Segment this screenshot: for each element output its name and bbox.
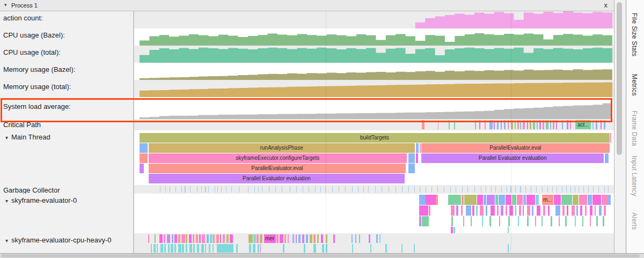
trace-event[interactable] xyxy=(461,205,463,216)
trace-event[interactable] xyxy=(207,234,209,243)
mem-total-chart[interactable] xyxy=(134,80,614,97)
trace-event[interactable] xyxy=(369,234,370,243)
trace-tick[interactable] xyxy=(181,186,182,193)
trace-event[interactable] xyxy=(414,244,415,253)
trace-tick[interactable] xyxy=(170,186,170,193)
trace-tick[interactable] xyxy=(217,186,218,193)
trace-event[interactable] xyxy=(499,216,501,226)
tab-alerts[interactable]: Alerts xyxy=(631,212,638,230)
trace-event[interactable] xyxy=(326,234,327,243)
trace-event[interactable] xyxy=(448,195,461,205)
trace-event[interactable]: m... xyxy=(542,195,553,205)
trace-event[interactable]: ParallelEvaluator.eval xyxy=(421,143,610,153)
trace-event[interactable] xyxy=(385,244,387,253)
track-label-skyframe-evaluator-0[interactable]: ▾skyframe-evaluator-0 xyxy=(0,194,134,233)
trace-event[interactable] xyxy=(201,244,204,253)
trace-event[interactable] xyxy=(590,216,591,226)
trace-tick[interactable] xyxy=(501,186,502,193)
trace-tick[interactable] xyxy=(332,186,333,193)
trace-event[interactable] xyxy=(333,234,335,243)
trace-event[interactable] xyxy=(561,195,572,205)
trace-event[interactable] xyxy=(532,205,533,216)
trace-event[interactable] xyxy=(160,244,163,253)
trace-event[interactable] xyxy=(197,244,199,253)
trace-event[interactable] xyxy=(376,234,378,243)
trace-event[interactable]: buildTargets xyxy=(140,133,610,143)
trace-event[interactable] xyxy=(419,216,421,226)
trace-event[interactable] xyxy=(171,244,173,253)
trace-event[interactable] xyxy=(298,234,301,243)
trace-event[interactable] xyxy=(466,205,472,216)
trace-tick[interactable] xyxy=(420,186,420,193)
trace-event[interactable] xyxy=(205,244,207,253)
trace-event[interactable] xyxy=(213,244,214,253)
trace-tick[interactable] xyxy=(575,186,575,193)
trace-event[interactable] xyxy=(523,195,525,205)
trace-tick[interactable] xyxy=(515,186,516,193)
trace-event[interactable] xyxy=(182,244,184,253)
trace-tick[interactable] xyxy=(215,186,215,193)
trace-event[interactable] xyxy=(140,143,148,153)
trace-event[interactable] xyxy=(576,205,578,216)
trace-event[interactable] xyxy=(167,234,170,243)
trace-tick[interactable] xyxy=(588,186,589,193)
trace-tick[interactable] xyxy=(368,186,369,193)
trace-event[interactable] xyxy=(464,195,477,205)
trace-event[interactable] xyxy=(482,216,484,226)
trace-tick[interactable] xyxy=(275,186,276,193)
trace-tick[interactable] xyxy=(269,186,269,193)
trace-event[interactable] xyxy=(422,216,429,226)
trace-event[interactable] xyxy=(153,244,156,253)
trace-event[interactable] xyxy=(181,234,185,243)
trace-tick[interactable] xyxy=(290,186,290,193)
trace-event[interactable] xyxy=(590,205,592,216)
trace-event[interactable] xyxy=(508,244,509,253)
trace-tick[interactable] xyxy=(450,186,451,193)
trace-tick[interactable] xyxy=(474,186,475,193)
mem-bazel-chart[interactable] xyxy=(134,63,614,80)
trace-event[interactable] xyxy=(518,216,519,226)
trace-event[interactable] xyxy=(140,153,148,163)
trace-event[interactable] xyxy=(313,234,316,243)
trace-event[interactable] xyxy=(310,234,312,243)
trace-event[interactable]: mer xyxy=(264,234,276,243)
trace-event[interactable] xyxy=(608,195,611,205)
trace-event[interactable] xyxy=(159,234,163,243)
trace-event[interactable] xyxy=(151,244,152,253)
trace-tick[interactable] xyxy=(579,186,579,193)
trace-event[interactable] xyxy=(189,244,192,253)
garbage-collector-track[interactable] xyxy=(134,185,614,194)
trace-event[interactable] xyxy=(196,234,198,243)
trace-event[interactable] xyxy=(296,234,297,243)
trace-event[interactable] xyxy=(605,153,609,163)
trace-event[interactable] xyxy=(408,153,414,163)
trace-event[interactable] xyxy=(302,234,304,243)
trace-tick[interactable] xyxy=(205,186,206,193)
track-label-skyframe-evaluator-cpu-heavy-0[interactable]: ▾skyframe-evaluator-cpu-heavy-0 xyxy=(0,233,134,253)
trace-event[interactable] xyxy=(199,234,201,243)
trace-event[interactable] xyxy=(370,244,371,253)
trace-event[interactable] xyxy=(426,195,436,205)
trace-event[interactable] xyxy=(526,195,536,205)
trace-event[interactable] xyxy=(536,195,538,205)
trace-tick[interactable] xyxy=(598,186,599,193)
trace-tick[interactable] xyxy=(190,186,191,193)
trace-tick[interactable] xyxy=(510,186,511,193)
tab-file-size-stats[interactable]: File Size Stats xyxy=(631,13,638,56)
trace-tick[interactable] xyxy=(525,186,526,193)
trace-event[interactable] xyxy=(567,205,568,216)
expand-triangle-icon[interactable]: ▾ xyxy=(5,238,8,244)
trace-tick[interactable] xyxy=(282,186,282,193)
trace-event[interactable] xyxy=(352,234,353,243)
trace-event[interactable] xyxy=(186,244,187,253)
trace-tick[interactable] xyxy=(165,186,166,193)
trace-event[interactable] xyxy=(359,234,360,243)
trace-tick[interactable] xyxy=(608,186,609,193)
trace-event[interactable] xyxy=(419,205,429,216)
trace-event[interactable] xyxy=(604,205,606,216)
vertical-scrollbar-thumb[interactable] xyxy=(617,2,622,155)
trace-event[interactable] xyxy=(164,244,166,253)
trace-event[interactable] xyxy=(491,205,495,216)
trace-tick[interactable] xyxy=(363,186,364,193)
trace-event[interactable] xyxy=(499,195,505,205)
